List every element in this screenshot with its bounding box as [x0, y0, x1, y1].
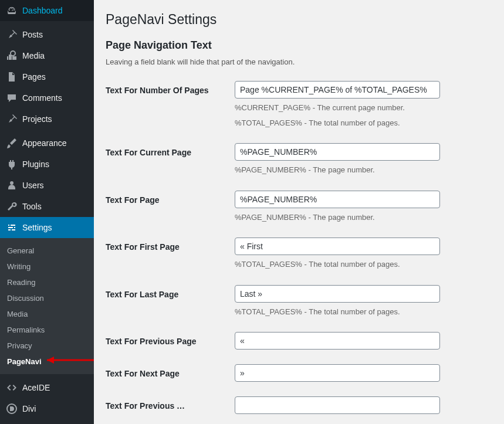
media-icon: [6, 50, 18, 62]
section-title: Page Navigation Text: [106, 39, 492, 52]
input-page[interactable]: [235, 191, 440, 208]
sidebar-item-posts[interactable]: Posts: [0, 24, 94, 45]
label-num-pages: Text For Number Of Pages: [106, 81, 235, 95]
settings-icon: [6, 222, 18, 233]
menu-label: Dashboard: [22, 6, 63, 15]
help-text: %TOTAL_PAGES% - The total number of page…: [235, 117, 440, 129]
menu-label: Users: [22, 181, 44, 190]
submenu-item-permalinks[interactable]: Permalinks: [0, 322, 94, 338]
submenu-item-writing[interactable]: Writing: [0, 259, 94, 274]
input-next-page[interactable]: [235, 364, 440, 382]
label-first-page: Text For First Page: [106, 238, 235, 252]
sidebar-item-settings[interactable]: Settings: [0, 217, 94, 238]
submenu-item-media[interactable]: Media: [0, 306, 94, 322]
label-last-page: Text For Last Page: [106, 285, 235, 299]
sidebar-item-aceide[interactable]: AceIDE: [0, 377, 94, 398]
submenu-item-reading[interactable]: Reading: [0, 274, 94, 290]
sidebar-item-dashboard[interactable]: Dashboard: [0, 0, 94, 21]
menu-label: AceIDE: [22, 383, 50, 392]
submenu-item-pagenavi[interactable]: PageNavi: [0, 354, 94, 369]
divi-icon: [6, 403, 18, 415]
comments-icon: [6, 92, 18, 104]
help-text: %TOTAL_PAGES% - The total number of page…: [235, 259, 440, 270]
label-current-page: Text For Current Page: [106, 143, 235, 157]
help-text: %PAGE_NUMBER% - The page number.: [235, 212, 440, 223]
admin-sidebar: Dashboard Posts Media Pages Comments Pro…: [0, 0, 94, 424]
menu-label: Divi: [22, 404, 36, 413]
input-prev-page[interactable]: [235, 332, 440, 350]
label-prev-dots: Text For Previous …: [106, 396, 235, 411]
menu-label: Settings: [22, 223, 52, 232]
menu-label: Media: [22, 51, 45, 60]
pages-icon: [6, 71, 18, 83]
help-text: %TOTAL_PAGES% - The total number of page…: [235, 306, 440, 318]
sidebar-item-media[interactable]: Media: [0, 45, 94, 66]
main-content: PageNavi Settings Page Navigation Text L…: [94, 0, 504, 424]
input-prev-dots[interactable]: [235, 396, 440, 414]
help-text: %PAGE_NUMBER% - The page number.: [235, 164, 440, 176]
sidebar-item-divi[interactable]: Divi: [0, 398, 94, 419]
submenu-item-discussion[interactable]: Discussion: [0, 290, 94, 306]
menu-label: Tools: [22, 202, 42, 211]
settings-submenu: General Writing Reading Discussion Media…: [0, 238, 94, 374]
menu-label: Comments: [22, 93, 62, 103]
label-page: Text For Page: [106, 191, 235, 205]
users-icon: [6, 179, 18, 191]
sidebar-item-projects[interactable]: Projects: [0, 108, 94, 130]
tools-icon: [6, 201, 18, 212]
menu-label: Projects: [22, 114, 52, 124]
submenu-item-privacy[interactable]: Privacy: [0, 338, 94, 354]
page-title: PageNavi Settings: [106, 12, 492, 28]
sidebar-item-users[interactable]: Users: [0, 175, 94, 196]
dashboard-icon: [6, 5, 18, 16]
input-num-pages[interactable]: [235, 81, 440, 99]
label-next-page: Text For Next Page: [106, 364, 235, 378]
sidebar-item-comments[interactable]: Comments: [0, 87, 94, 108]
input-last-page[interactable]: [235, 285, 440, 303]
help-text: %CURRENT_PAGE% - The current page number…: [235, 102, 440, 114]
menu-label: Plugins: [22, 160, 49, 169]
sidebar-item-tools[interactable]: Tools: [0, 196, 94, 217]
menu-label: Posts: [22, 30, 43, 39]
pin-icon: [6, 113, 18, 125]
menu-label: Pages: [22, 72, 46, 82]
menu-label: Appearance: [22, 138, 67, 148]
sidebar-item-plugins[interactable]: Plugins: [0, 154, 94, 175]
brush-icon: [6, 137, 18, 149]
pin-icon: [6, 29, 18, 40]
plug-icon: [6, 158, 18, 170]
input-first-page[interactable]: [235, 238, 440, 255]
input-current-page[interactable]: [235, 143, 440, 161]
label-prev-page: Text For Previous Page: [106, 332, 235, 346]
sidebar-item-appearance[interactable]: Appearance: [0, 133, 94, 154]
submenu-item-general[interactable]: General: [0, 243, 94, 259]
section-description: Leaving a field blank will hide that par…: [106, 57, 492, 66]
code-icon: [6, 382, 18, 394]
sidebar-item-pages[interactable]: Pages: [0, 66, 94, 87]
